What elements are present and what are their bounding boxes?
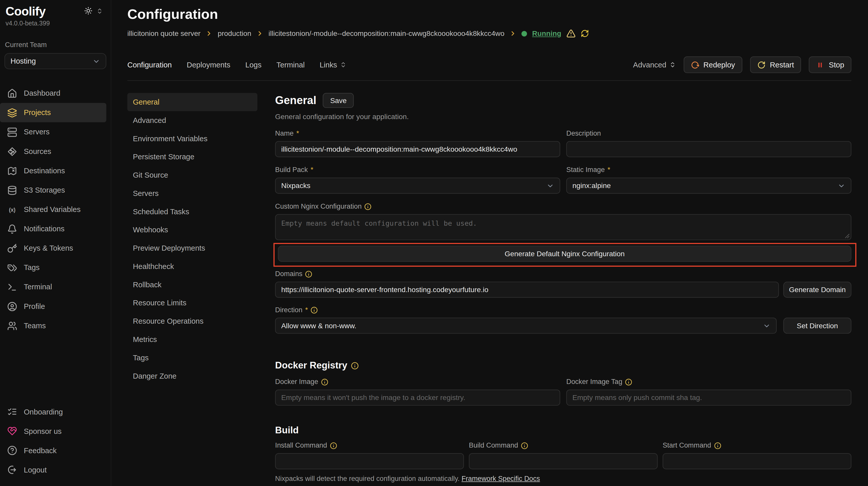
save-button[interactable]: Save	[323, 93, 354, 108]
database-icon	[7, 185, 17, 195]
sidebar-item-sponsor-us[interactable]: Sponsor us	[0, 421, 106, 441]
resize-handle-icon[interactable]	[845, 234, 850, 239]
settings-subnav: General Advanced Environment Variables P…	[127, 93, 257, 385]
info-icon[interactable]	[321, 378, 328, 385]
tab-deployments[interactable]: Deployments	[187, 61, 230, 69]
breadcrumb-environment[interactable]: production	[218, 29, 251, 38]
sidebar-item-shared-variables[interactable]: Shared Variables	[0, 200, 106, 219]
info-icon[interactable]	[625, 378, 632, 385]
breadcrumb-resource[interactable]: illicitestonion/-module--decomposition:m…	[269, 29, 504, 38]
subnav-scheduled-tasks[interactable]: Scheduled Tasks	[127, 202, 257, 221]
tab-links[interactable]: Links	[320, 61, 347, 69]
breadcrumb-project[interactable]: illicitonion quote server	[127, 29, 200, 38]
section-title-build: Build	[275, 425, 299, 436]
subnav-resource-operations[interactable]: Resource Operations	[127, 312, 257, 330]
direction-label: Direction	[275, 306, 302, 314]
name-input[interactable]	[275, 141, 560, 157]
subnav-servers[interactable]: Servers	[127, 184, 257, 202]
subnav-danger-zone[interactable]: Danger Zone	[127, 367, 257, 385]
list-checks-icon	[7, 407, 17, 417]
required-asterisk: *	[296, 130, 299, 137]
redeploy-button[interactable]: Redeploy	[683, 57, 742, 73]
subnav-environment-variables[interactable]: Environment Variables	[127, 130, 257, 148]
docker-image-tag-input[interactable]	[566, 390, 851, 406]
sidebar-item-teams[interactable]: Teams	[0, 316, 106, 335]
start-command-input[interactable]	[662, 453, 851, 469]
chevrons-up-down-icon[interactable]	[96, 7, 103, 14]
direction-select[interactable]: Allow www & non-www.	[275, 318, 777, 333]
user-circle-icon	[7, 301, 17, 311]
sidebar-item-projects[interactable]: Projects	[0, 103, 106, 122]
info-icon[interactable]	[305, 270, 312, 277]
info-icon[interactable]	[365, 203, 372, 210]
subnav-webhooks[interactable]: Webhooks	[127, 221, 257, 239]
framework-docs-link[interactable]: Framework Specific Docs	[462, 475, 540, 482]
static-image-select[interactable]: nginx:alpine	[566, 177, 851, 194]
team-select[interactable]: Hosting	[4, 53, 106, 69]
stop-button[interactable]: Stop	[809, 57, 851, 73]
status-badge[interactable]: Running	[532, 29, 561, 38]
sidebar-item-onboarding[interactable]: Onboarding	[0, 402, 106, 421]
install-command-input[interactable]	[275, 453, 464, 469]
subnav-preview-deployments[interactable]: Preview Deployments	[127, 239, 257, 257]
sidebar-item-keys-tokens[interactable]: Keys & Tokens	[0, 238, 106, 258]
main-area: Configuration illicitonion quote server …	[111, 0, 868, 486]
info-icon[interactable]	[351, 362, 359, 369]
app-version: v4.0.0-beta.399	[0, 19, 111, 27]
sidebar-footer-nav: Onboarding Sponsor us Feedback Logout	[0, 402, 111, 479]
sidebar-item-notifications[interactable]: Notifications	[0, 219, 106, 238]
subnav-git-source[interactable]: Git Source	[127, 166, 257, 184]
subnav-general[interactable]: General	[127, 93, 257, 111]
tab-logs[interactable]: Logs	[245, 61, 262, 69]
subnav-label: Environment Variables	[133, 134, 208, 143]
domains-input[interactable]	[275, 282, 779, 298]
nginx-config-textarea[interactable]	[275, 214, 851, 240]
build-pack-label: Build Pack	[275, 166, 308, 173]
info-icon[interactable]	[330, 442, 337, 449]
subnav-resource-limits[interactable]: Resource Limits	[127, 294, 257, 312]
subnav-label: Resource Limits	[133, 299, 186, 307]
refresh-icon[interactable]	[581, 29, 589, 38]
sidebar-item-feedback[interactable]: Feedback	[0, 441, 106, 460]
redeploy-icon	[690, 61, 699, 69]
restart-button[interactable]: Restart	[750, 57, 801, 73]
sidebar-item-label: Sources	[24, 147, 52, 156]
generate-domain-button[interactable]: Generate Domain	[783, 282, 851, 298]
warning-triangle-icon[interactable]	[566, 29, 576, 38]
sidebar-item-tags[interactable]: Tags	[0, 258, 106, 277]
tab-terminal[interactable]: Terminal	[276, 61, 305, 69]
sidebar-item-terminal[interactable]: Terminal	[0, 277, 106, 297]
theme-sun-icon[interactable]	[84, 7, 93, 15]
tab-configuration[interactable]: Configuration	[127, 61, 172, 69]
generate-nginx-config-button[interactable]: Generate Default Nginx Configuration	[278, 246, 851, 262]
subnav-advanced[interactable]: Advanced	[127, 111, 257, 130]
subnav-tags[interactable]: Tags	[127, 349, 257, 367]
build-pack-select[interactable]: Nixpacks	[275, 177, 560, 194]
chevron-down-icon	[763, 322, 771, 329]
info-icon[interactable]	[521, 442, 528, 449]
sidebar-item-label: Sponsor us	[24, 427, 62, 435]
sidebar-item-profile[interactable]: Profile	[0, 297, 106, 316]
subnav-rollback[interactable]: Rollback	[127, 276, 257, 294]
info-icon[interactable]	[311, 306, 318, 314]
name-label: Name	[275, 130, 294, 137]
sidebar-item-servers[interactable]: Servers	[0, 122, 106, 142]
sidebar-item-dashboard[interactable]: Dashboard	[0, 84, 106, 103]
description-input[interactable]	[566, 141, 851, 157]
restart-label: Restart	[770, 61, 794, 69]
sidebar-item-destinations[interactable]: Destinations	[0, 161, 106, 181]
sidebar-item-sources[interactable]: Sources	[0, 142, 106, 161]
set-direction-button[interactable]: Set Direction	[783, 318, 851, 333]
docker-image-input[interactable]	[275, 390, 560, 406]
subnav-persistent-storage[interactable]: Persistent Storage	[127, 148, 257, 166]
advanced-menu[interactable]: Advanced	[633, 61, 676, 69]
subnav-healthcheck[interactable]: Healthcheck	[127, 257, 257, 276]
sidebar-item-label: Notifications	[24, 225, 65, 233]
build-command-input[interactable]	[469, 453, 658, 469]
subnav-metrics[interactable]: Metrics	[127, 330, 257, 349]
sidebar-item-s3-storages[interactable]: S3 Storages	[0, 181, 106, 200]
advanced-label: Advanced	[633, 61, 666, 69]
sidebar-item-logout[interactable]: Logout	[0, 460, 106, 479]
info-icon[interactable]	[714, 442, 721, 449]
bell-icon	[7, 224, 17, 234]
